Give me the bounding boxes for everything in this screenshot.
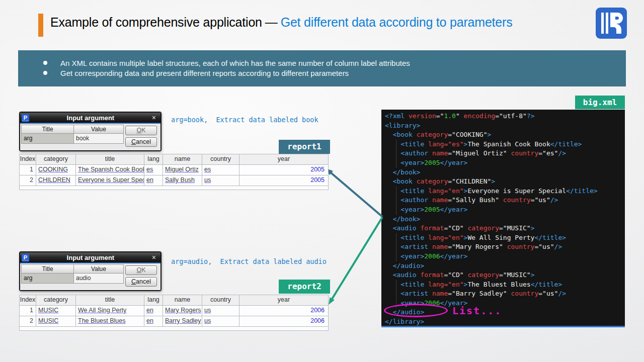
link-cell[interactable]: Barry Sadley [163,316,202,326]
link-cell[interactable]: CHILDREN [36,175,76,186]
title-column-header: Title [21,125,74,134]
empty-row [20,186,328,190]
column-header: year [239,295,328,305]
code-line: <year>2006</year> [385,252,625,261]
code-line: </audio> [385,261,625,271]
code-line: <?xml version="1.0" encoding="utf-8"?> [385,112,625,121]
link-cell[interactable]: Miguel Ortiz [163,165,202,175]
ok-button[interactable]: OK [125,265,157,275]
link-cell[interactable]: COOKING [36,165,76,175]
table-row: 1COOKINGThe Spanish Cook BookesMiguel Or… [20,165,328,175]
code-line: </book> [385,168,625,177]
column-header: title [76,295,144,305]
code-line: <artist name="Barry Sadley" country="us"… [385,289,625,299]
logo-icon [596,8,627,39]
bullet-item: Get corresponding data and present diffe… [43,68,626,78]
link-cell[interactable]: The Spanish Cook Book [76,165,144,175]
app-p-icon: P [22,114,29,122]
close-icon[interactable]: × [152,114,156,121]
xml-code-panel: <?xml version="1.0" encoding="utf-8"?><l… [381,110,625,327]
link-cell[interactable]: Everyone is Super Special [76,175,144,186]
table-row: 1MUSICWe All Sing PertyenMary Rogersus20… [20,306,328,316]
link-cell[interactable]: es [144,165,163,175]
cancel-button[interactable]: Cancel [125,137,157,147]
code-line: <audio format="CD" category="MUSIC"> [385,270,625,280]
code-line: </book> [385,215,625,224]
title-column-header: Title [21,264,74,274]
column-header: title [76,154,144,164]
index-cell: 1 [20,306,36,316]
title-highlight: Get different data according to paramete… [281,15,513,29]
input-argument-dialog-2: P Input argument × Title Value arg audio… [19,251,162,291]
arg-book-annotation: arg=book, Extract data labeled book [171,116,318,124]
arg-name-cell: arg [21,133,74,144]
year-cell: 2006 [239,306,328,316]
arrow-to-report1 [331,172,382,217]
arg-audio-annotation: arg=audio, Extract data labeled audio [171,257,327,265]
report2-badge: report2 [279,280,330,294]
dialog-titlebar[interactable]: P Input argument × [20,252,160,263]
link-cell[interactable]: es [202,165,239,175]
table-header-row: Indexcategorytitlelangnamecountryyear [20,154,328,165]
bullet-icon [43,61,47,65]
table-header-row: Indexcategorytitlelangnamecountryyear [20,295,328,306]
code-line: <artist name="Mary Rogers" country="us"/… [385,242,625,252]
bigxml-badge: big.xml [575,96,625,109]
link-cell[interactable]: us [202,175,239,186]
value-column-header: Value [73,125,124,134]
code-line: <title lang="es">The Spanish Cook Book</… [385,140,625,149]
link-cell[interactable]: en [144,306,163,316]
argument-grid: Title Value arg audio [21,264,124,284]
link-cell[interactable]: en [144,316,163,326]
arrow-to-report2 [332,217,382,300]
code-line: <author name="Sally Bush" country="us"/> [385,196,625,205]
link-cell[interactable]: MUSIC [36,306,76,316]
dialog-body: Title Value arg audio OK Cancel [20,263,160,290]
report2-table: Indexcategorytitlelangnamecountryyear1MU… [19,295,329,331]
ok-button[interactable]: OK [125,126,157,135]
link-cell[interactable]: MUSIC [36,316,76,326]
code-line: <book category="COOKING"> [385,130,625,140]
close-icon[interactable]: × [152,254,156,261]
title-main: Example of comprehensive application [50,15,262,29]
bullet-text: An XML contains multiple label structure… [60,59,410,67]
code-line: <library> [385,121,625,131]
empty-row [20,327,328,330]
title-dash: — [265,15,278,29]
link-cell[interactable]: The Bluest Blues [76,316,144,326]
link-cell[interactable]: Sally Bush [163,175,202,186]
index-cell: 1 [20,165,36,175]
table-row: 2CHILDRENEveryone is Super SpecialenSall… [20,175,328,186]
bullet-item: An XML contains multiple label structure… [43,58,626,68]
link-cell[interactable]: Mary Rogers [163,306,202,316]
report1-table: Indexcategorytitlelangnamecountryyear1CO… [19,154,329,190]
value-column-header: Value [73,264,124,274]
link-cell[interactable]: us [202,306,239,316]
cancel-button[interactable]: Cancel [125,277,157,287]
column-header: Index [20,295,36,305]
link-cell[interactable]: en [144,175,163,186]
index-cell: 2 [20,175,36,186]
arg-value-input[interactable]: book [73,133,124,144]
code-line: <year>2005</year> [385,158,625,168]
code-line: <title lang="en">The Bluest Blues</title… [385,280,625,290]
link-cell[interactable]: We All Sing Perty [76,306,144,316]
link-cell[interactable]: us [202,316,239,326]
code-line: <book category="CHILDREN"> [385,177,625,187]
dialog-body: Title Value arg book OK Cancel [20,124,160,150]
dialog-titlebar[interactable]: P Input argument × [20,113,160,124]
column-header: category [36,154,76,164]
arg-value-input[interactable]: audio [73,273,124,284]
column-header: name [163,295,202,305]
report1-badge: report1 [279,140,330,154]
column-header: name [163,154,202,164]
bullet-icon [43,71,47,75]
audio-tag-highlight-ellipse [384,304,448,317]
table-row: 2MUSICThe Bluest BluesenBarry Sadleyus20… [20,316,328,327]
column-header: Index [20,154,36,164]
code-line: <title lang="en">Everyone is Super Speci… [385,187,625,196]
argument-grid: Title Value arg book [21,125,124,144]
code-line: <year>2005</year> [385,205,625,215]
company-logo [596,8,627,39]
code-line: <audio format="CD" category="MUSIC"> [385,224,625,233]
